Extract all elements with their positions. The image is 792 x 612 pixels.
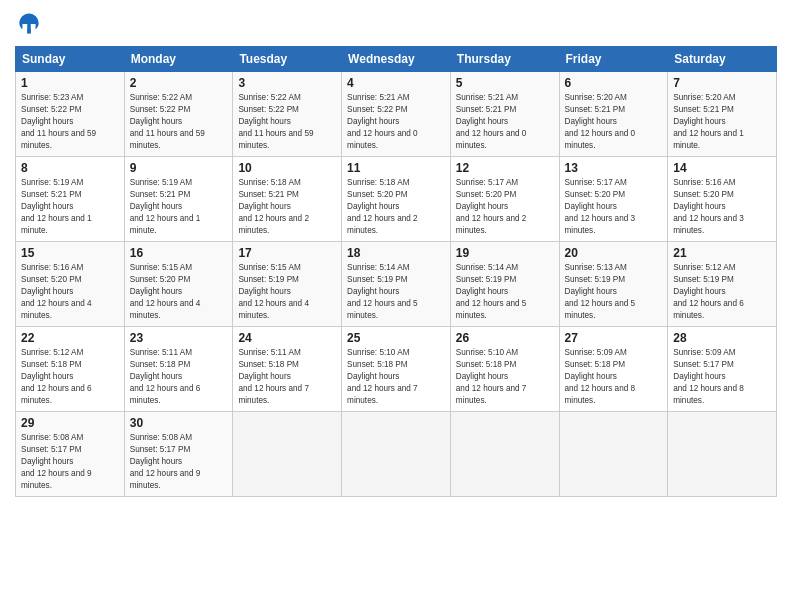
day-info: Sunrise: 5:19 AMSunset: 5:21 PMDaylight … bbox=[21, 177, 119, 236]
week-row-3: 15Sunrise: 5:16 AMSunset: 5:20 PMDayligh… bbox=[16, 242, 777, 327]
table-row bbox=[342, 412, 451, 497]
header bbox=[15, 10, 777, 38]
day-number: 5 bbox=[456, 76, 554, 90]
table-row: 22Sunrise: 5:12 AMSunset: 5:18 PMDayligh… bbox=[16, 327, 125, 412]
table-row bbox=[233, 412, 342, 497]
col-monday: Monday bbox=[124, 47, 233, 72]
table-row: 5Sunrise: 5:21 AMSunset: 5:21 PMDaylight… bbox=[450, 72, 559, 157]
logo bbox=[15, 10, 47, 38]
day-number: 30 bbox=[130, 416, 228, 430]
day-number: 29 bbox=[21, 416, 119, 430]
day-info: Sunrise: 5:17 AMSunset: 5:20 PMDaylight … bbox=[565, 177, 663, 236]
table-row: 29Sunrise: 5:08 AMSunset: 5:17 PMDayligh… bbox=[16, 412, 125, 497]
table-row: 1Sunrise: 5:23 AMSunset: 5:22 PMDaylight… bbox=[16, 72, 125, 157]
day-info: Sunrise: 5:10 AMSunset: 5:18 PMDaylight … bbox=[347, 347, 445, 406]
table-row: 6Sunrise: 5:20 AMSunset: 5:21 PMDaylight… bbox=[559, 72, 668, 157]
day-info: Sunrise: 5:23 AMSunset: 5:22 PMDaylight … bbox=[21, 92, 119, 151]
day-info: Sunrise: 5:20 AMSunset: 5:21 PMDaylight … bbox=[673, 92, 771, 151]
day-number: 1 bbox=[21, 76, 119, 90]
day-info: Sunrise: 5:08 AMSunset: 5:17 PMDaylight … bbox=[21, 432, 119, 491]
col-friday: Friday bbox=[559, 47, 668, 72]
day-info: Sunrise: 5:11 AMSunset: 5:18 PMDaylight … bbox=[238, 347, 336, 406]
day-info: Sunrise: 5:14 AMSunset: 5:19 PMDaylight … bbox=[347, 262, 445, 321]
day-number: 7 bbox=[673, 76, 771, 90]
day-number: 24 bbox=[238, 331, 336, 345]
day-number: 17 bbox=[238, 246, 336, 260]
table-row: 15Sunrise: 5:16 AMSunset: 5:20 PMDayligh… bbox=[16, 242, 125, 327]
table-row: 3Sunrise: 5:22 AMSunset: 5:22 PMDaylight… bbox=[233, 72, 342, 157]
week-row-2: 8Sunrise: 5:19 AMSunset: 5:21 PMDaylight… bbox=[16, 157, 777, 242]
table-row: 12Sunrise: 5:17 AMSunset: 5:20 PMDayligh… bbox=[450, 157, 559, 242]
day-number: 11 bbox=[347, 161, 445, 175]
table-row: 10Sunrise: 5:18 AMSunset: 5:21 PMDayligh… bbox=[233, 157, 342, 242]
table-row bbox=[668, 412, 777, 497]
day-info: Sunrise: 5:21 AMSunset: 5:22 PMDaylight … bbox=[347, 92, 445, 151]
table-row bbox=[559, 412, 668, 497]
week-row-1: 1Sunrise: 5:23 AMSunset: 5:22 PMDaylight… bbox=[16, 72, 777, 157]
table-row: 16Sunrise: 5:15 AMSunset: 5:20 PMDayligh… bbox=[124, 242, 233, 327]
calendar-page: Sunday Monday Tuesday Wednesday Thursday… bbox=[0, 0, 792, 612]
day-info: Sunrise: 5:13 AMSunset: 5:19 PMDaylight … bbox=[565, 262, 663, 321]
day-info: Sunrise: 5:20 AMSunset: 5:21 PMDaylight … bbox=[565, 92, 663, 151]
day-info: Sunrise: 5:18 AMSunset: 5:20 PMDaylight … bbox=[347, 177, 445, 236]
table-row: 7Sunrise: 5:20 AMSunset: 5:21 PMDaylight… bbox=[668, 72, 777, 157]
day-info: Sunrise: 5:16 AMSunset: 5:20 PMDaylight … bbox=[21, 262, 119, 321]
day-info: Sunrise: 5:21 AMSunset: 5:21 PMDaylight … bbox=[456, 92, 554, 151]
table-row: 21Sunrise: 5:12 AMSunset: 5:19 PMDayligh… bbox=[668, 242, 777, 327]
day-info: Sunrise: 5:15 AMSunset: 5:19 PMDaylight … bbox=[238, 262, 336, 321]
day-number: 15 bbox=[21, 246, 119, 260]
calendar-table: Sunday Monday Tuesday Wednesday Thursday… bbox=[15, 46, 777, 497]
table-row: 25Sunrise: 5:10 AMSunset: 5:18 PMDayligh… bbox=[342, 327, 451, 412]
day-info: Sunrise: 5:09 AMSunset: 5:18 PMDaylight … bbox=[565, 347, 663, 406]
table-row: 9Sunrise: 5:19 AMSunset: 5:21 PMDaylight… bbox=[124, 157, 233, 242]
table-row: 17Sunrise: 5:15 AMSunset: 5:19 PMDayligh… bbox=[233, 242, 342, 327]
day-number: 10 bbox=[238, 161, 336, 175]
week-row-4: 22Sunrise: 5:12 AMSunset: 5:18 PMDayligh… bbox=[16, 327, 777, 412]
table-row: 19Sunrise: 5:14 AMSunset: 5:19 PMDayligh… bbox=[450, 242, 559, 327]
day-info: Sunrise: 5:08 AMSunset: 5:17 PMDaylight … bbox=[130, 432, 228, 491]
day-number: 27 bbox=[565, 331, 663, 345]
table-row: 14Sunrise: 5:16 AMSunset: 5:20 PMDayligh… bbox=[668, 157, 777, 242]
day-number: 22 bbox=[21, 331, 119, 345]
table-row: 24Sunrise: 5:11 AMSunset: 5:18 PMDayligh… bbox=[233, 327, 342, 412]
table-row bbox=[450, 412, 559, 497]
col-sunday: Sunday bbox=[16, 47, 125, 72]
day-info: Sunrise: 5:19 AMSunset: 5:21 PMDaylight … bbox=[130, 177, 228, 236]
day-number: 28 bbox=[673, 331, 771, 345]
day-info: Sunrise: 5:16 AMSunset: 5:20 PMDaylight … bbox=[673, 177, 771, 236]
day-number: 2 bbox=[130, 76, 228, 90]
col-wednesday: Wednesday bbox=[342, 47, 451, 72]
table-row: 8Sunrise: 5:19 AMSunset: 5:21 PMDaylight… bbox=[16, 157, 125, 242]
day-number: 26 bbox=[456, 331, 554, 345]
day-info: Sunrise: 5:14 AMSunset: 5:19 PMDaylight … bbox=[456, 262, 554, 321]
table-row: 4Sunrise: 5:21 AMSunset: 5:22 PMDaylight… bbox=[342, 72, 451, 157]
table-row: 18Sunrise: 5:14 AMSunset: 5:19 PMDayligh… bbox=[342, 242, 451, 327]
day-info: Sunrise: 5:12 AMSunset: 5:18 PMDaylight … bbox=[21, 347, 119, 406]
col-saturday: Saturday bbox=[668, 47, 777, 72]
table-row: 26Sunrise: 5:10 AMSunset: 5:18 PMDayligh… bbox=[450, 327, 559, 412]
table-row: 27Sunrise: 5:09 AMSunset: 5:18 PMDayligh… bbox=[559, 327, 668, 412]
table-row: 2Sunrise: 5:22 AMSunset: 5:22 PMDaylight… bbox=[124, 72, 233, 157]
day-number: 9 bbox=[130, 161, 228, 175]
day-info: Sunrise: 5:12 AMSunset: 5:19 PMDaylight … bbox=[673, 262, 771, 321]
day-info: Sunrise: 5:11 AMSunset: 5:18 PMDaylight … bbox=[130, 347, 228, 406]
table-row: 20Sunrise: 5:13 AMSunset: 5:19 PMDayligh… bbox=[559, 242, 668, 327]
day-number: 20 bbox=[565, 246, 663, 260]
week-row-5: 29Sunrise: 5:08 AMSunset: 5:17 PMDayligh… bbox=[16, 412, 777, 497]
day-number: 23 bbox=[130, 331, 228, 345]
day-number: 19 bbox=[456, 246, 554, 260]
col-tuesday: Tuesday bbox=[233, 47, 342, 72]
header-row: Sunday Monday Tuesday Wednesday Thursday… bbox=[16, 47, 777, 72]
col-thursday: Thursday bbox=[450, 47, 559, 72]
day-info: Sunrise: 5:22 AMSunset: 5:22 PMDaylight … bbox=[130, 92, 228, 151]
day-info: Sunrise: 5:09 AMSunset: 5:17 PMDaylight … bbox=[673, 347, 771, 406]
day-info: Sunrise: 5:18 AMSunset: 5:21 PMDaylight … bbox=[238, 177, 336, 236]
svg-rect-0 bbox=[27, 29, 31, 33]
table-row: 23Sunrise: 5:11 AMSunset: 5:18 PMDayligh… bbox=[124, 327, 233, 412]
day-number: 21 bbox=[673, 246, 771, 260]
day-info: Sunrise: 5:22 AMSunset: 5:22 PMDaylight … bbox=[238, 92, 336, 151]
day-number: 13 bbox=[565, 161, 663, 175]
table-row: 28Sunrise: 5:09 AMSunset: 5:17 PMDayligh… bbox=[668, 327, 777, 412]
day-number: 18 bbox=[347, 246, 445, 260]
day-number: 4 bbox=[347, 76, 445, 90]
